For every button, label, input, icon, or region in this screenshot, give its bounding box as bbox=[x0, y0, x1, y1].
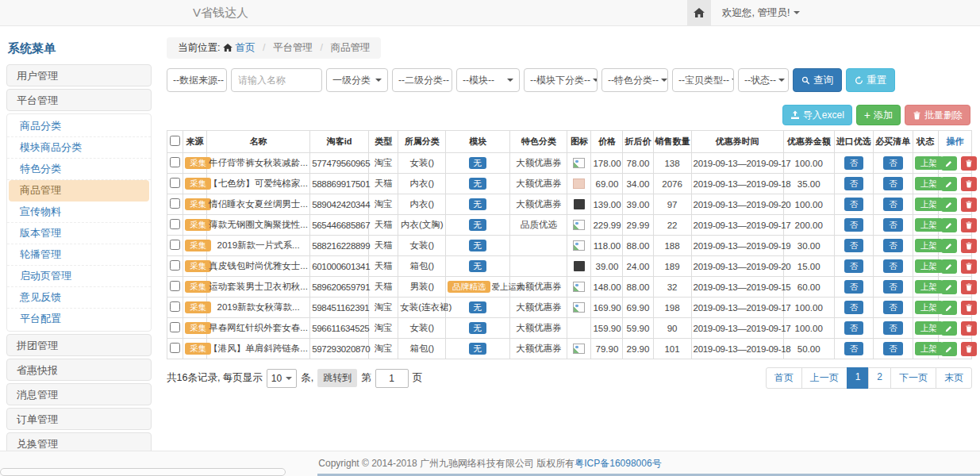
sidebar-item[interactable]: 版本管理 bbox=[7, 223, 151, 244]
row-checkbox[interactable] bbox=[170, 343, 180, 353]
sidebar-item[interactable]: 模块商品分类 bbox=[7, 137, 151, 159]
name-search-input[interactable] bbox=[231, 68, 322, 92]
sidebar-item-top[interactable]: 省惠快报 bbox=[6, 359, 152, 381]
pager-item[interactable]: 末页 bbox=[936, 367, 972, 389]
delete-button[interactable] bbox=[961, 177, 977, 191]
import-select-badge[interactable]: 否 bbox=[844, 156, 864, 171]
import-select-badge[interactable]: 否 bbox=[844, 259, 864, 274]
sidebar-item[interactable]: 轮播管理 bbox=[7, 244, 151, 266]
edit-button[interactable] bbox=[941, 259, 957, 274]
import-select-badge[interactable]: 否 bbox=[844, 342, 864, 356]
import-excel-button[interactable]: 导入excel bbox=[782, 105, 852, 125]
sidebar-item[interactable]: 特色分类 bbox=[7, 159, 151, 180]
status-badge[interactable]: 上架 bbox=[915, 177, 943, 191]
must-buy-badge[interactable]: 否 bbox=[883, 218, 903, 232]
select-all-checkbox[interactable] bbox=[170, 136, 180, 146]
pager-item[interactable]: 2 bbox=[868, 367, 891, 389]
import-select-badge[interactable]: 否 bbox=[844, 198, 864, 212]
home-button[interactable] bbox=[687, 0, 711, 25]
search-button[interactable]: 查询 bbox=[793, 68, 842, 92]
batch-delete-button[interactable]: 批量删除 bbox=[905, 105, 970, 125]
sidebar-item-top[interactable]: 用户管理 bbox=[6, 64, 152, 86]
must-buy-badge[interactable]: 否 bbox=[883, 198, 903, 212]
sidebar-item[interactable]: 平台配置 bbox=[7, 309, 151, 329]
status-badge[interactable]: 上架 bbox=[915, 239, 943, 253]
import-select-badge[interactable]: 否 bbox=[844, 218, 864, 232]
edit-button[interactable] bbox=[941, 198, 957, 212]
filter-select[interactable]: --二级分类-- bbox=[392, 68, 452, 92]
delete-button[interactable] bbox=[961, 239, 977, 253]
import-select-badge[interactable]: 否 bbox=[844, 301, 864, 315]
edit-button[interactable] bbox=[941, 321, 957, 336]
must-buy-badge[interactable]: 否 bbox=[883, 342, 903, 356]
status-badge[interactable]: 上架 bbox=[915, 156, 943, 171]
row-checkbox[interactable] bbox=[170, 198, 180, 209]
row-checkbox[interactable] bbox=[170, 178, 180, 188]
page-number-input[interactable] bbox=[375, 369, 409, 388]
import-select-badge[interactable]: 否 bbox=[844, 177, 864, 191]
delete-button[interactable] bbox=[961, 156, 977, 171]
sidebar-item-top[interactable]: 拼团管理 bbox=[6, 334, 152, 356]
status-badge[interactable]: 上架 bbox=[915, 321, 943, 336]
edit-button[interactable] bbox=[941, 239, 957, 253]
must-buy-badge[interactable]: 否 bbox=[883, 321, 903, 336]
filter-select[interactable]: --模块-- bbox=[456, 68, 520, 92]
filter-select[interactable]: 一级分类 bbox=[326, 68, 388, 92]
edit-button[interactable] bbox=[941, 301, 957, 315]
sidebar-item[interactable]: 宣传物料 bbox=[7, 202, 151, 223]
row-checkbox[interactable] bbox=[170, 322, 180, 332]
pager-active-page[interactable]: 1 bbox=[847, 367, 870, 389]
delete-button[interactable] bbox=[961, 342, 977, 356]
status-badge[interactable]: 上架 bbox=[915, 218, 943, 232]
must-buy-badge[interactable]: 否 bbox=[883, 280, 903, 294]
status-badge[interactable]: 上架 bbox=[915, 342, 943, 356]
row-checkbox[interactable] bbox=[170, 219, 180, 229]
delete-button[interactable] bbox=[961, 259, 977, 274]
row-checkbox[interactable] bbox=[170, 157, 180, 167]
pager-item[interactable]: 下一页 bbox=[890, 367, 936, 389]
sidebar-item-top[interactable]: 订单管理 bbox=[6, 408, 152, 430]
edit-button[interactable] bbox=[941, 342, 957, 356]
reset-button[interactable]: 重置 bbox=[846, 68, 895, 92]
import-select-badge[interactable]: 否 bbox=[844, 280, 864, 294]
delete-button[interactable] bbox=[961, 218, 977, 232]
sidebar-item-top[interactable]: 消息管理 bbox=[6, 383, 152, 405]
row-checkbox[interactable] bbox=[170, 240, 180, 250]
scrollbar-thumb[interactable] bbox=[0, 468, 286, 476]
status-badge[interactable]: 上架 bbox=[915, 259, 943, 274]
pager-item[interactable]: 上一页 bbox=[801, 367, 847, 389]
edit-button[interactable] bbox=[941, 280, 957, 294]
filter-select[interactable]: --状态-- bbox=[738, 68, 789, 92]
must-buy-badge[interactable]: 否 bbox=[883, 156, 903, 171]
delete-button[interactable] bbox=[961, 280, 977, 294]
pager-item[interactable]: 首页 bbox=[766, 367, 802, 389]
breadcrumb-home-link[interactable]: 首页 bbox=[235, 42, 255, 53]
edit-button[interactable] bbox=[941, 156, 957, 171]
filter-select[interactable]: --模块下分类-- bbox=[524, 68, 598, 92]
must-buy-badge[interactable]: 否 bbox=[883, 259, 903, 274]
user-menu[interactable]: 欢迎您, 管理员! bbox=[722, 6, 800, 20]
status-badge[interactable]: 上架 bbox=[915, 198, 943, 212]
sidebar-item-top[interactable]: 兑换管理 bbox=[6, 432, 152, 451]
filter-select[interactable]: --特色分类-- bbox=[601, 68, 668, 92]
sidebar-item[interactable]: 启动页管理 bbox=[7, 266, 151, 287]
sidebar-item[interactable]: 意见反馈 bbox=[7, 287, 151, 309]
must-buy-badge[interactable]: 否 bbox=[883, 177, 903, 191]
add-button[interactable]: + 添加 bbox=[856, 105, 901, 125]
edit-button[interactable] bbox=[941, 218, 957, 232]
import-select-badge[interactable]: 否 bbox=[844, 321, 864, 336]
import-select-badge[interactable]: 否 bbox=[844, 239, 864, 253]
must-buy-badge[interactable]: 否 bbox=[883, 301, 903, 315]
delete-button[interactable] bbox=[961, 301, 977, 315]
row-checkbox[interactable] bbox=[170, 301, 180, 312]
per-page-select[interactable]: 10 bbox=[267, 369, 297, 388]
must-buy-badge[interactable]: 否 bbox=[883, 239, 903, 253]
jump-button[interactable]: 跳转到 bbox=[317, 369, 357, 387]
filter-select[interactable]: --数据来源-- bbox=[167, 68, 227, 92]
status-badge[interactable]: 上架 bbox=[915, 280, 943, 294]
delete-button[interactable] bbox=[961, 321, 977, 336]
delete-button[interactable] bbox=[961, 198, 977, 212]
row-checkbox[interactable] bbox=[170, 260, 180, 271]
sidebar-item[interactable]: 商品分类 bbox=[7, 116, 151, 137]
sidebar-item-top[interactable]: 平台管理 bbox=[6, 89, 152, 111]
